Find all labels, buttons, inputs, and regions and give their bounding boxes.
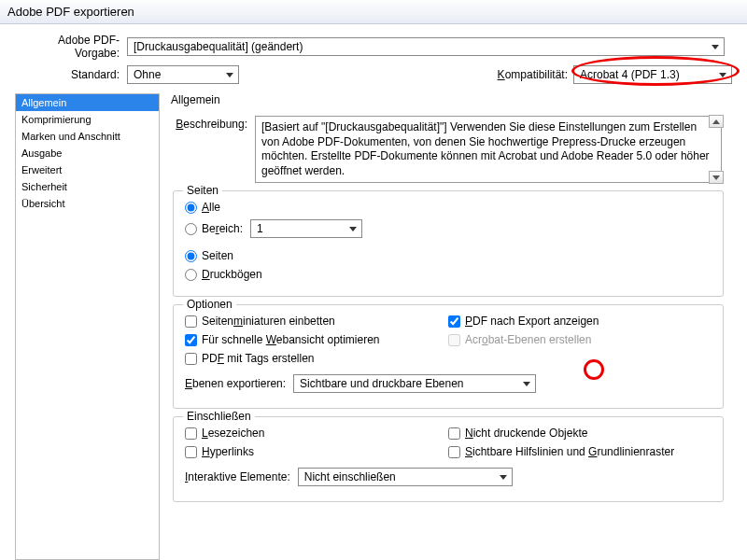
preset-label: Adobe PDF-Vorgabe: <box>15 34 127 60</box>
radio-spreads-label: Druckbögen <box>202 268 262 281</box>
pages-group: Seiten Alle Bereich: 1 Seiten <box>173 190 724 297</box>
range-value: 1 <box>257 222 263 235</box>
preset-select[interactable]: [Druckausgabequalität] (geändert) <box>127 37 725 56</box>
sidebar-item-allgemein[interactable]: Allgemein <box>16 94 159 111</box>
window-titlebar: Adobe PDF exportieren <box>0 0 747 24</box>
compat-value: Acrobat 4 (PDF 1.3) <box>580 68 680 81</box>
radio-all-label: Alle <box>202 201 220 214</box>
range-select[interactable]: 1 <box>250 219 362 238</box>
sidebar-item-marken[interactable]: Marken und Anschnitt <box>16 128 159 145</box>
radio-pages-label: Seiten <box>202 249 233 262</box>
standard-select[interactable]: Ohne <box>127 65 239 84</box>
sidebar: Allgemein Komprimierung Marken und Ansch… <box>15 93 160 560</box>
radio-range-label: Bereich: <box>202 222 243 235</box>
radio-pages[interactable] <box>185 250 197 262</box>
options-group-title: Optionen <box>183 298 236 311</box>
sidebar-item-sicherheit[interactable]: Sicherheit <box>16 178 159 195</box>
check-viewafter-label: PDF nach Export anzeigen <box>465 315 599 328</box>
check-guides[interactable] <box>448 446 460 458</box>
radio-range[interactable] <box>185 223 197 235</box>
check-thumbnails[interactable] <box>185 315 197 328</box>
check-nonprinting-label: Nicht druckende Objekte <box>465 427 587 440</box>
radio-spreads[interactable] <box>185 269 197 281</box>
sidebar-item-ausgabe[interactable]: Ausgabe <box>16 145 159 161</box>
interactive-select[interactable]: Nicht einschließen <box>298 468 513 486</box>
pages-group-title: Seiten <box>183 184 222 197</box>
preset-value: [Druckausgabequalität] (geändert) <box>134 40 303 53</box>
include-group: Einschließen Lesezeichen Hyperlinks <box>173 416 724 502</box>
standard-label: Standard: <box>15 68 127 81</box>
include-group-title: Einschließen <box>183 410 255 423</box>
interactive-value: Nicht einschließen <box>304 470 396 483</box>
scroll-up-icon[interactable] <box>709 115 724 128</box>
scroll-down-icon[interactable] <box>709 171 724 184</box>
compat-label: Kompatibilität: <box>498 68 568 81</box>
options-group: Optionen Seitenminiaturen einbetten Für … <box>173 304 724 409</box>
check-guides-label: Sichtbare Hilfslinien und Grundlinienras… <box>465 445 674 458</box>
interactive-label: Interaktive Elemente: <box>185 470 290 483</box>
sidebar-item-uebersicht[interactable]: Übersicht <box>16 195 159 212</box>
check-bookmarks-label: Lesezeichen <box>202 427 264 440</box>
check-viewafter[interactable] <box>448 315 460 328</box>
check-fastweb-label: Für schnelle Webansicht optimieren <box>202 333 380 346</box>
standard-value: Ohne <box>134 68 161 81</box>
export-layers-label: Ebenen exportieren: <box>185 377 286 390</box>
check-tagged-label: PDF mit Tags erstellen <box>202 352 315 365</box>
sidebar-item-komprimierung[interactable]: Komprimierung <box>16 111 159 128</box>
sidebar-item-erweitert[interactable]: Erweitert <box>16 161 159 178</box>
window-title: Adobe PDF exportieren <box>7 5 134 19</box>
panel-heading: Allgemein <box>171 93 732 106</box>
check-acrobat-layers <box>448 334 460 346</box>
check-bookmarks[interactable] <box>185 427 197 440</box>
check-thumbnails-label: Seitenminiaturen einbetten <box>202 315 335 328</box>
check-acrobat-layers-label: Acrobat-Ebenen erstellen <box>465 333 591 346</box>
check-tagged[interactable] <box>185 353 197 365</box>
description-text[interactable]: [Basiert auf "[Druckausgabequalität]"] V… <box>255 116 722 183</box>
compat-select[interactable]: Acrobat 4 (PDF 1.3) <box>573 65 732 84</box>
export-layers-value: Sichtbare und druckbare Ebenen <box>300 377 463 390</box>
check-fastweb[interactable] <box>185 334 197 346</box>
check-nonprinting[interactable] <box>448 427 460 440</box>
check-hyperlinks-label: Hyperlinks <box>202 445 254 458</box>
description-label: Beschreibung: <box>171 116 255 131</box>
radio-all[interactable] <box>185 202 197 214</box>
check-hyperlinks[interactable] <box>185 446 197 458</box>
export-layers-select[interactable]: Sichtbare und druckbare Ebenen <box>293 374 536 393</box>
